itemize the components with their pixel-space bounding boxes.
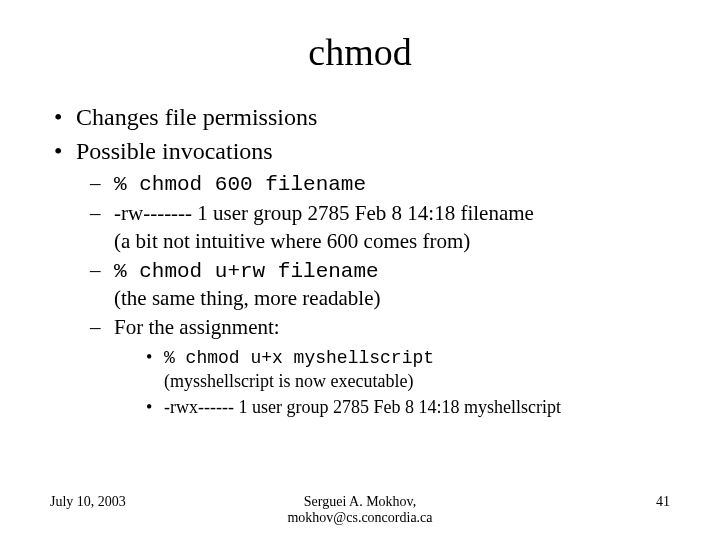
bullet-item: Possible invocations % chmod 600 filenam… xyxy=(50,136,670,419)
body-text: For the assignment: xyxy=(114,315,280,339)
sub-item: -rw------- 1 user group 2785 Feb 8 14:18… xyxy=(76,200,670,255)
sub-list: % chmod 600 filename -rw------- 1 user g… xyxy=(76,170,670,419)
sub-item: % chmod u+rw filename (the same thing, m… xyxy=(76,257,670,313)
bullet-item: Changes file permissions xyxy=(50,102,670,132)
body-text: -rwx------ 1 user group 2785 Feb 8 14:18… xyxy=(164,397,561,417)
footer-page: 41 xyxy=(550,494,670,526)
body-text: (the same thing, more readable) xyxy=(114,286,380,310)
sub-sub-item: % chmod u+x myshellscript (mysshellscrip… xyxy=(114,346,670,394)
footer-author: Serguei A. Mokhov, mokhov@cs.concordia.c… xyxy=(170,494,550,526)
bullet-list: Changes file permissions Possible invoca… xyxy=(50,102,670,419)
footer-date: July 10, 2003 xyxy=(50,494,170,526)
bullet-text: Possible invocations xyxy=(76,138,273,164)
sub-item: % chmod 600 filename xyxy=(76,170,670,198)
author-name: Serguei A. Mokhov, xyxy=(304,494,416,509)
footer: July 10, 2003 Serguei A. Mokhov, mokhov@… xyxy=(0,494,720,526)
command-text: % chmod 600 filename xyxy=(114,173,366,196)
slide: chmod Changes file permissions Possible … xyxy=(0,0,720,540)
body-text: -rw------- 1 user group 2785 Feb 8 14:18… xyxy=(114,201,534,225)
command-text: % chmod u+rw filename xyxy=(114,260,379,283)
command-text: % chmod u+x myshellscript xyxy=(164,348,434,368)
author-email: mokhov@cs.concordia.ca xyxy=(287,510,432,525)
body-text: (mysshellscript is now executable) xyxy=(164,371,413,391)
body-text: (a bit not intuitive where 600 comes fro… xyxy=(114,229,470,253)
sub-sub-list: % chmod u+x myshellscript (mysshellscrip… xyxy=(114,346,670,419)
slide-title: chmod xyxy=(50,30,670,74)
sub-item: For the assignment: % chmod u+x myshells… xyxy=(76,314,670,418)
sub-sub-item: -rwx------ 1 user group 2785 Feb 8 14:18… xyxy=(114,396,670,419)
